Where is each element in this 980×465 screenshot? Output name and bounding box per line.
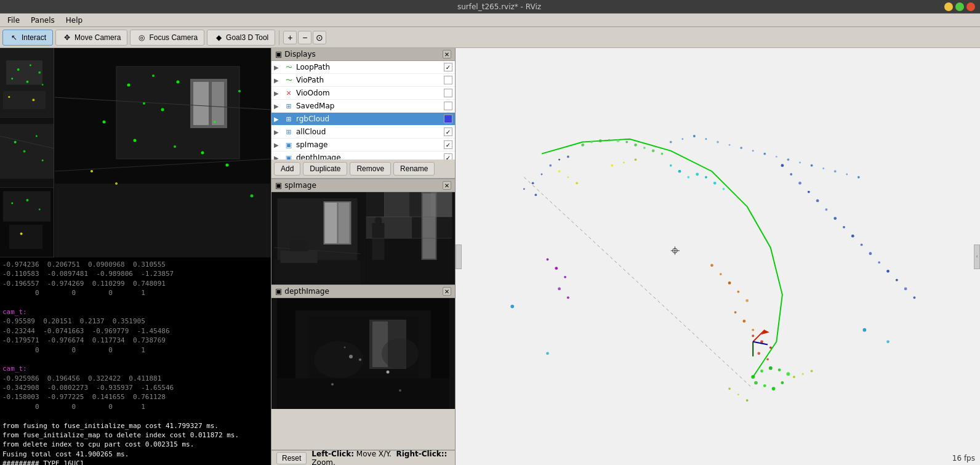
terminal-line: -0.23244 -0.0741663 -0.969779 -1.45486 [2, 326, 268, 336]
zoom-in-button[interactable]: + [283, 31, 297, 44]
svg-point-134 [608, 139, 611, 142]
svg-point-128 [896, 279, 898, 281]
svg-point-120 [825, 208, 827, 211]
rgbcloud-checkbox[interactable] [444, 115, 452, 123]
spimage-close-button[interactable]: ✕ [443, 181, 451, 190]
svg-point-144 [611, 164, 613, 167]
svg-point-24 [20, 232, 23, 235]
svg-point-186 [510, 305, 514, 309]
svg-point-33 [127, 84, 131, 87]
menu-file[interactable]: File [2, 15, 25, 26]
viopath-label: VioPath [296, 76, 441, 84]
viopath-checkbox[interactable] [444, 76, 452, 84]
menu-panels[interactable]: Panels [26, 15, 60, 26]
svg-point-42 [174, 145, 176, 148]
focus-camera-button[interactable]: ◎ Focus Camera [130, 30, 204, 46]
svg-point-181 [737, 394, 739, 395]
display-item-savedmap[interactable]: ▶ ⊞ SavedMap [271, 100, 455, 113]
camera-thumb-2[interactable] [0, 118, 54, 187]
terminal-line: cam_t: [2, 307, 268, 317]
svg-point-157 [737, 291, 739, 293]
close-button[interactable] [966, 2, 975, 11]
display-item-spimage[interactable]: ▶ ▣ spImage ✓ [271, 139, 455, 152]
svg-point-194 [567, 296, 569, 299]
display-item-allcloud[interactable]: ▶ ⊞ allCloud ✓ [271, 126, 455, 139]
rename-button[interactable]: Rename [393, 162, 435, 176]
svg-rect-56 [290, 240, 308, 251]
interact-icon: ↖ [9, 33, 19, 42]
terminal-line: -0.95589 0.20151 0.2137 0.351905 [2, 317, 268, 326]
terminal-line: -0.196557 -0.974269 0.110299 0.748091 [2, 279, 268, 288]
svg-point-187 [546, 352, 549, 355]
title-bar: surfel_t265.rviz* - RViz [0, 0, 980, 14]
svg-point-192 [564, 276, 566, 278]
display-item-vioodom[interactable]: ▶ ✕ VioOdom [271, 87, 455, 100]
goal3d-button[interactable]: ◆ Goal3 D Tool [207, 30, 275, 46]
savedmap-checkbox[interactable] [444, 102, 452, 110]
toolbar: ↖ Interact ✥ Move Camera ◎ Focus Camera … [0, 27, 980, 48]
display-item-viopath[interactable]: ▶ 〜 VioPath [271, 74, 455, 87]
svg-point-91 [532, 182, 534, 184]
depthimage-close-button[interactable]: ✕ [443, 287, 451, 296]
interact-button[interactable]: ↖ Interact [2, 30, 53, 46]
svg-point-184 [802, 373, 804, 375]
camera-main-view[interactable] [54, 48, 271, 257]
move-camera-button[interactable]: ✥ Move Camera [55, 30, 127, 46]
spimage-header: ▣ spImage ✕ [271, 179, 455, 192]
terminal-line: -0.342908 -0.0802273 -0.935937 -1.65546 [2, 383, 268, 392]
spimage-left-view[interactable] [271, 192, 363, 285]
zoom-fit-button[interactable]: ⊙ [313, 31, 326, 44]
svg-point-104 [740, 147, 742, 149]
svg-point-155 [720, 273, 722, 275]
camera-thumb-3[interactable] [0, 188, 54, 257]
svg-point-185 [811, 370, 813, 373]
allcloud-checkbox[interactable]: ✓ [444, 127, 452, 136]
menu-help[interactable]: Help [61, 15, 87, 26]
svg-point-41 [134, 139, 137, 142]
depthimage-checkbox[interactable]: ✓ [444, 153, 452, 160]
vioodom-checkbox[interactable] [444, 89, 452, 97]
looppath-checkbox[interactable]: ✓ [444, 63, 452, 71]
display-item-depthimage[interactable]: ▶ ▣ depthImage ✓ [271, 152, 455, 160]
add-button[interactable]: Add [274, 162, 300, 176]
move-camera-icon: ✥ [62, 33, 72, 42]
expand-arrow: ▶ [274, 129, 281, 135]
looppath-icon: 〜 [284, 62, 294, 72]
zoom-out-button[interactable]: − [298, 31, 311, 44]
svg-point-113 [846, 174, 848, 176]
minimize-button[interactable] [944, 2, 953, 11]
spimage-right-view[interactable] [363, 192, 455, 285]
right-resize-handle[interactable]: ‹ [974, 245, 980, 269]
svg-point-118 [808, 191, 810, 193]
focus-camera-icon: ◎ [137, 33, 147, 42]
depthimage-content[interactable] [271, 298, 455, 409]
expand-arrow: ▶ [274, 116, 281, 123]
svg-point-189 [886, 340, 890, 343]
remove-button[interactable]: Remove [350, 162, 391, 176]
displays-close-button[interactable]: ✕ [443, 50, 451, 59]
spimage-checkbox[interactable]: ✓ [444, 140, 452, 149]
display-item-looppath[interactable]: ▶ 〜 LoopPath ✓ [271, 61, 455, 74]
svg-point-142 [567, 176, 569, 178]
terminal-line: cam_t: [2, 364, 268, 373]
depthimage-icon: ▣ [284, 153, 294, 160]
reset-button[interactable]: Reset [276, 452, 307, 464]
svg-point-45 [226, 164, 229, 167]
depthimage-title: depthImage [284, 287, 329, 296]
viewport-3d[interactable]: ‹ 16 fps [456, 48, 980, 465]
terminal-line: Fusing total cost 41.900265 ms. [2, 450, 268, 459]
window-controls[interactable] [944, 2, 975, 11]
terminal-line: -0.158003 -0.977225 0.141655 0.761128 [2, 392, 268, 402]
fps-counter: 16 fps [952, 454, 975, 463]
display-item-rgbcloud[interactable]: ▶ ⊞ rgbCloud [271, 113, 455, 126]
svg-point-40 [214, 121, 216, 123]
duplicate-button[interactable]: Duplicate [303, 162, 347, 176]
svg-point-8 [42, 84, 44, 86]
camera-thumb-1[interactable] [0, 48, 54, 118]
svg-point-151 [705, 176, 707, 179]
svg-point-85 [399, 389, 401, 392]
svg-point-156 [728, 281, 731, 285]
svg-point-21 [11, 202, 13, 204]
maximize-button[interactable] [955, 2, 964, 11]
svg-point-152 [713, 182, 717, 185]
